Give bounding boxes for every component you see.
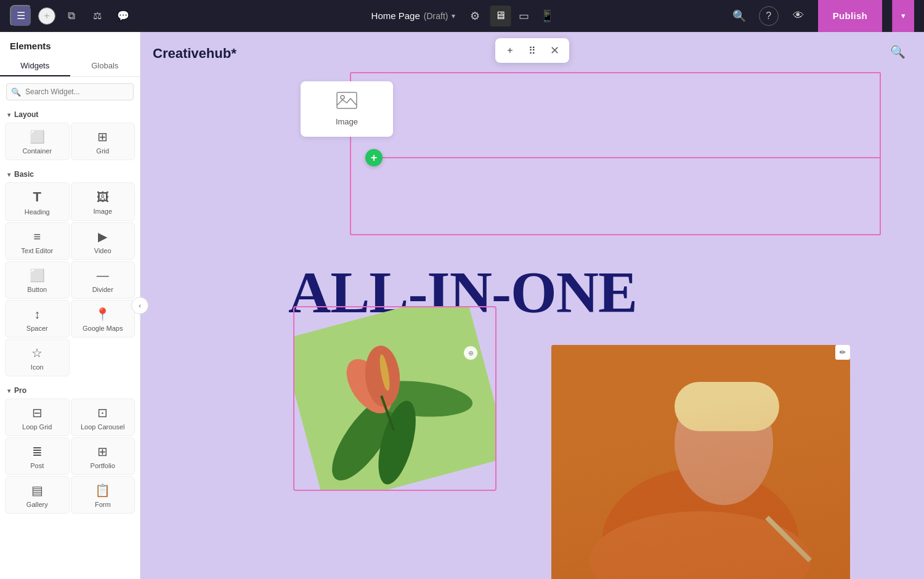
add-element-button[interactable]: +: [365, 149, 383, 166]
layers-button[interactable]: ⧉: [62, 6, 81, 26]
section-basic-label: Basic: [14, 170, 34, 179]
toolbar-drag-handle[interactable]: ⠿: [524, 42, 541, 59]
sidebar-title: Elements: [0, 32, 140, 51]
collapse-sidebar-button[interactable]: ‹: [131, 297, 148, 314]
plus-icon: +: [371, 152, 378, 164]
page-title-button[interactable]: Creativehub* Home Page (Draft) ▾: [367, 8, 461, 23]
widget-loop-carousel-label: Loop Carousel: [81, 423, 125, 431]
image-widget-icon: [336, 92, 357, 113]
chevron-left-icon: ‹: [139, 302, 141, 309]
preview-button[interactable]: 👁: [788, 6, 808, 26]
widget-loop-carousel[interactable]: ⊡ Loop Carousel: [71, 399, 136, 436]
publish-button[interactable]: Publish: [818, 0, 882, 32]
widget-text-editor[interactable]: ≡ Text Editor: [5, 222, 70, 260]
search-button[interactable]: 🔍: [729, 6, 749, 26]
svg-point-12: [675, 382, 773, 505]
site-title: Creativehub*: [153, 46, 237, 62]
top-navigation: ☰ + ⧉ ⚖ 💬 Creativehub* Home Page (Draft)…: [0, 0, 924, 32]
widget-button-label: Button: [27, 286, 47, 293]
pro-widgets: ⊟ Loop Grid ⊡ Loop Carousel ≣ Post ⊞ Por…: [0, 399, 140, 517]
widget-divider[interactable]: — Divider: [71, 261, 136, 299]
widget-container[interactable]: ⬜ Container: [5, 123, 70, 160]
photo-edit-button[interactable]: ✏: [835, 345, 850, 360]
loop-grid-icon: ⊟: [32, 405, 43, 420]
section-basic-header[interactable]: ▾ Basic: [0, 164, 140, 182]
widget-gallery[interactable]: ▤ Gallery: [5, 476, 70, 514]
logo-button[interactable]: ☰: [10, 5, 32, 27]
widget-form[interactable]: 📋 Form: [71, 476, 136, 514]
publish-dropdown-button[interactable]: ▾: [892, 0, 914, 32]
tab-widgets[interactable]: Widgets: [0, 56, 70, 76]
widget-google-maps-label: Google Maps: [83, 325, 123, 332]
svg-point-1: [341, 95, 344, 99]
help-button[interactable]: ?: [759, 6, 779, 26]
widget-loop-grid[interactable]: ⊟ Loop Grid: [5, 399, 70, 436]
widget-portfolio[interactable]: ⊞ Portfolio: [71, 437, 136, 475]
widget-spacer-label: Spacer: [26, 325, 48, 332]
search-input[interactable]: [6, 83, 134, 100]
search-icon: 🔍: [11, 87, 21, 97]
search-icon: 🔍: [732, 9, 746, 23]
widget-text-editor-label: Text Editor: [21, 247, 53, 254]
desktop-view-button[interactable]: 🖥: [490, 6, 511, 26]
svg-point-11: [602, 468, 799, 579]
section-layout-header[interactable]: ▾ Layout: [0, 104, 140, 123]
svg-rect-13: [675, 382, 779, 431]
image-drop-widget[interactable]: Image: [301, 81, 393, 137]
sidebar-content: ▾ Layout ⬜ Container ⊞ Grid ▾ Basic: [0, 104, 140, 579]
gear-icon: ⚙: [470, 9, 480, 23]
toolbar-close-button[interactable]: ✕: [546, 42, 563, 59]
widget-heading[interactable]: T Heading: [5, 182, 70, 221]
responsive-button[interactable]: ⚖: [87, 6, 107, 26]
mobile-view-button[interactable]: 📱: [537, 6, 557, 26]
layers-icon: ⧉: [68, 10, 75, 22]
widget-icon[interactable]: ☆ Icon: [5, 339, 70, 376]
canvas-area[interactable]: Creativehub* + ⠿ ✕ Image: [140, 32, 924, 579]
widget-gallery-label: Gallery: [26, 501, 48, 508]
selected-container[interactable]: [350, 72, 881, 235]
flower-image[interactable]: [293, 306, 496, 491]
tab-globals[interactable]: Globals: [70, 56, 140, 76]
widget-post-label: Post: [30, 462, 44, 469]
comments-button[interactable]: 💬: [113, 6, 133, 26]
divider-icon: —: [97, 269, 109, 283]
widget-spacer[interactable]: ↕ Spacer: [5, 300, 70, 338]
chevron-down-icon: ▾: [901, 11, 906, 20]
svg-rect-10: [551, 345, 850, 579]
logo-icon: ☰: [17, 10, 25, 22]
flower-move-handle[interactable]: ⊕: [464, 346, 477, 360]
widget-google-maps[interactable]: 📍 Google Maps: [71, 300, 136, 338]
plus-icon: +: [507, 45, 513, 56]
basic-widgets: T Heading 🖼 Image ≡ Text Editor ▶ Video …: [0, 182, 140, 380]
image-icon: 🖼: [97, 190, 109, 204]
desktop-icon: 🖥: [495, 9, 506, 22]
drag-icon: ⠿: [529, 45, 536, 57]
model-photo[interactable]: [551, 345, 850, 579]
widget-post[interactable]: ≣ Post: [5, 437, 70, 475]
widget-video[interactable]: ▶ Video: [71, 222, 136, 260]
floating-toolbar: + ⠿ ✕: [495, 38, 569, 63]
widget-grid[interactable]: ⊞ Grid: [71, 123, 136, 160]
toolbar-add-button[interactable]: +: [501, 42, 519, 59]
section-pro-header[interactable]: ▾ Pro: [0, 380, 140, 399]
widget-button[interactable]: ⬜ Button: [5, 261, 70, 299]
spacer-icon: ↕: [34, 307, 40, 322]
canvas-search-button[interactable]: 🔍: [890, 44, 906, 59]
widget-image[interactable]: 🖼 Image: [71, 182, 136, 221]
text-editor-icon: ≡: [33, 230, 41, 244]
edit-icon: ✏: [840, 348, 846, 357]
tablet-icon: ▭: [519, 9, 529, 23]
comments-icon: 💬: [117, 10, 129, 22]
widget-heading-label: Heading: [25, 208, 50, 216]
page-settings-button[interactable]: ⚙: [465, 6, 485, 26]
chevron-down-icon: ▾: [452, 12, 455, 20]
help-icon: ?: [766, 10, 771, 22]
video-icon: ▶: [98, 229, 107, 244]
widget-form-label: Form: [95, 501, 111, 508]
nav-center: Creativehub* Home Page (Draft) ▾ ⚙ 🖥 ▭ 📱: [367, 6, 558, 26]
google-maps-icon: 📍: [95, 307, 110, 322]
tablet-view-button[interactable]: ▭: [513, 6, 534, 26]
chevron-down-icon: ▾: [7, 171, 10, 178]
add-new-button[interactable]: +: [38, 7, 55, 25]
widget-icon-label: Icon: [31, 363, 44, 371]
